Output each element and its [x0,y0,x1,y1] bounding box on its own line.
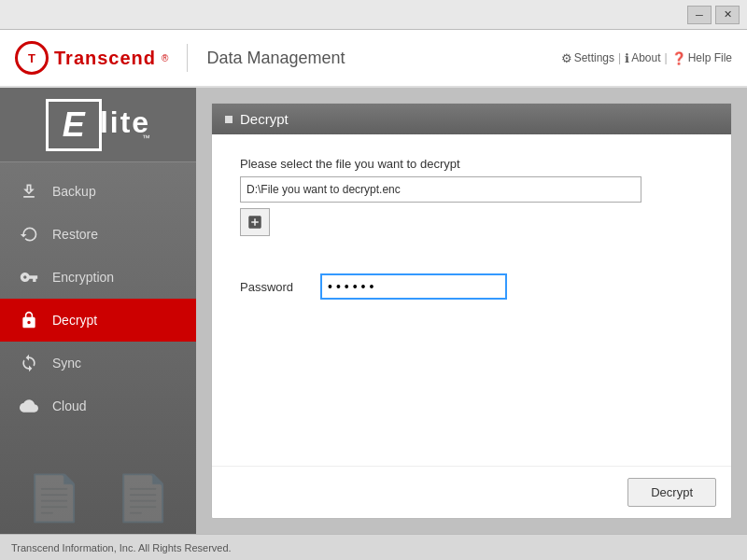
restore-label: Restore [52,227,98,242]
sync-icon [19,353,39,373]
panel-body: Please select the file you want to decry… [212,134,731,466]
watermark-icon-1: 📄 [26,472,82,525]
panel-header: Decrypt [212,104,731,134]
sidebar-watermarks: 📄 📄 [0,472,196,525]
sep1: | [618,51,621,64]
decrypt-icon [19,310,39,330]
elite-tm: ™ [142,133,150,143]
content-area: Decrypt Please select the file you want … [196,88,747,534]
password-input[interactable] [320,273,507,300]
decrypt-button[interactable]: Decrypt [627,478,716,507]
sep2: | [665,51,668,64]
browse-button[interactable] [240,208,270,236]
decrypt-label: Decrypt [52,313,97,328]
backup-icon [19,181,39,202]
logo-circle: T [15,41,49,75]
about-link[interactable]: About [631,51,660,64]
help-icon: ❓ [671,51,686,65]
close-button[interactable]: ✕ [715,6,740,24]
elite-logo-area: E lite ™ [0,88,196,162]
elite-text: lite ™ [100,107,150,143]
file-section: Please select the file you want to decry… [240,157,703,236]
encryption-icon [19,267,39,287]
logo-area: T Transcend® Data Management [15,41,345,75]
sidebar-item-backup[interactable]: Backup [0,170,196,213]
panel-title: Decrypt [240,111,289,127]
transcend-logo: T Transcend® [15,41,168,75]
sidebar-item-restore[interactable]: Restore [0,213,196,256]
info-icon: ℹ [625,51,629,65]
panel-footer: Decrypt [212,466,731,518]
password-label: Password [240,280,305,294]
gear-icon: ⚙ [561,51,572,65]
elite-box: E [46,99,102,151]
sync-label: Sync [52,356,81,371]
sidebar-item-encryption[interactable]: Encryption [0,256,196,299]
elite-letter: E [63,105,85,145]
file-label: Please select the file you want to decry… [240,157,703,171]
backup-label: Backup [52,184,96,199]
sidebar-item-sync[interactable]: Sync [0,342,196,385]
sidebar-item-decrypt[interactable]: Decrypt [0,299,196,342]
minimize-button[interactable]: ─ [687,6,712,24]
help-link[interactable]: Help File [688,51,732,64]
restore-icon [19,224,39,245]
window-controls: ─ ✕ [687,6,740,24]
title-bar: ─ ✕ [0,0,747,30]
logo-divider [187,44,188,72]
sidebar-item-cloud[interactable]: Cloud [0,385,196,427]
logo-reg: ® [162,53,168,63]
panel-indicator [225,116,233,123]
header-links: ⚙ Settings | ℹ About | ❓ Help File [561,51,732,65]
encryption-label: Encryption [52,270,114,285]
app-footer: Transcend Information, Inc. All Rights R… [0,534,747,560]
sidebar: E lite ™ Backup [0,88,196,534]
cloud-label: Cloud [52,399,87,413]
file-input[interactable] [240,176,641,203]
main-panel: Decrypt Please select the file you want … [211,103,732,519]
watermark-icon-2: 📄 [115,472,171,525]
main-layout: E lite ™ Backup [0,88,747,534]
footer-text: Transcend Information, Inc. All Rights R… [11,542,232,553]
cloud-icon [19,396,39,416]
app-header: T Transcend® Data Management ⚙ Settings … [0,30,747,88]
password-row: Password [240,273,703,300]
logo-text: Transcend [54,48,156,69]
settings-link[interactable]: Settings [574,51,614,64]
app-title: Data Management [206,49,345,68]
